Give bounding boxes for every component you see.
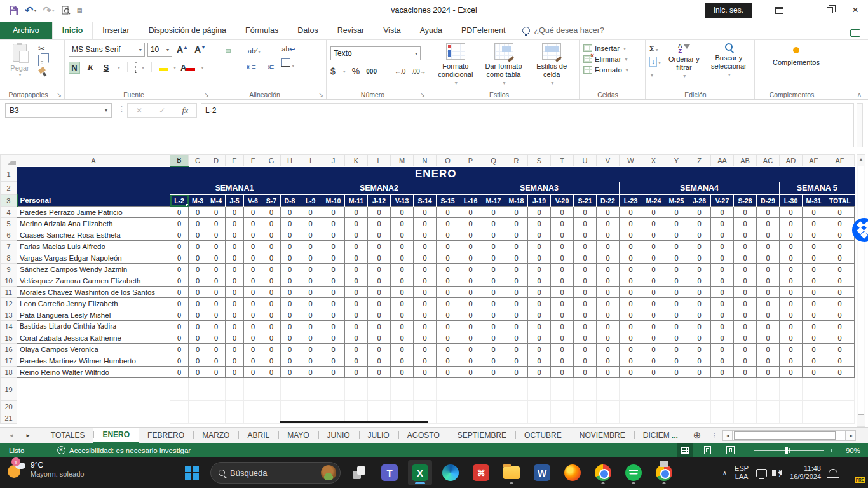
- column-header-F[interactable]: F: [244, 155, 262, 166]
- day-value-cell[interactable]: 0: [688, 252, 711, 264]
- day-value-cell[interactable]: 0: [189, 218, 207, 229]
- row-header-15[interactable]: 15: [1, 332, 17, 344]
- day-value-cell[interactable]: 0: [574, 321, 597, 332]
- day-value-cell[interactable]: 0: [170, 321, 189, 332]
- total-value-cell[interactable]: 0: [825, 218, 855, 229]
- day-value-cell[interactable]: 0: [170, 355, 189, 367]
- column-header-J[interactable]: J: [322, 155, 345, 166]
- edge-app-button[interactable]: [438, 460, 463, 485]
- day-value-cell[interactable]: 0: [803, 287, 825, 298]
- day-value-cell[interactable]: 0: [482, 367, 505, 378]
- day-value-cell[interactable]: 0: [189, 252, 207, 264]
- sheet-tab-abril[interactable]: ABRIL: [238, 428, 278, 443]
- day-value-cell[interactable]: 0: [505, 241, 528, 252]
- row-header-9[interactable]: 9: [1, 264, 17, 275]
- cut-icon[interactable]: ✂: [38, 44, 45, 53]
- day-value-cell[interactable]: 0: [734, 264, 757, 275]
- day-value-cell[interactable]: 0: [368, 218, 391, 229]
- day-value-cell[interactable]: 0: [688, 275, 711, 287]
- day-value-cell[interactable]: 0: [711, 207, 734, 218]
- day-value-cell[interactable]: 0: [391, 367, 414, 378]
- day-value-cell[interactable]: 0: [528, 298, 551, 309]
- day-value-cell[interactable]: 0: [803, 367, 825, 378]
- day-header-L-2[interactable]: L-2: [170, 195, 189, 207]
- day-value-cell[interactable]: 0: [574, 367, 597, 378]
- sheet-tab-julio[interactable]: JULIO: [359, 428, 398, 443]
- day-value-cell[interactable]: 0: [711, 344, 734, 355]
- day-value-cell[interactable]: 0: [574, 275, 597, 287]
- day-value-cell[interactable]: 0: [665, 298, 688, 309]
- day-value-cell[interactable]: 0: [688, 367, 711, 378]
- total-value-cell[interactable]: 0: [825, 309, 855, 321]
- collapse-ribbon-icon[interactable]: ∧: [857, 91, 862, 98]
- empty-cell[interactable]: [688, 401, 711, 412]
- tray-expand-icon[interactable]: ∧: [722, 470, 727, 477]
- day-value-cell[interactable]: 0: [459, 229, 482, 241]
- day-value-cell[interactable]: 0: [368, 229, 391, 241]
- day-value-cell[interactable]: 0: [244, 218, 262, 229]
- select-all-corner[interactable]: [1, 155, 17, 166]
- day-value-cell[interactable]: 0: [665, 207, 688, 218]
- day-value-cell[interactable]: 0: [322, 367, 345, 378]
- day-value-cell[interactable]: 0: [244, 229, 262, 241]
- ribbon-tab-archivo[interactable]: Archivo: [0, 22, 52, 39]
- language-indicator[interactable]: ESPLAA: [735, 464, 749, 481]
- row-header-10[interactable]: 10: [1, 275, 17, 287]
- day-value-cell[interactable]: 0: [207, 321, 226, 332]
- day-value-cell[interactable]: 0: [437, 321, 459, 332]
- day-value-cell[interactable]: 0: [482, 355, 505, 367]
- empty-cell[interactable]: [574, 401, 597, 412]
- cell-styles-button[interactable]: Estilos de celda▾: [528, 43, 575, 89]
- day-value-cell[interactable]: 0: [322, 344, 345, 355]
- day-value-cell[interactable]: 0: [620, 298, 642, 309]
- day-value-cell[interactable]: 0: [459, 332, 482, 344]
- chrome-profile-button[interactable]: [652, 460, 676, 485]
- day-value-cell[interactable]: 0: [734, 218, 757, 229]
- day-value-cell[interactable]: 0: [642, 321, 665, 332]
- empty-cell[interactable]: [574, 378, 597, 401]
- day-value-cell[interactable]: 0: [170, 287, 189, 298]
- day-value-cell[interactable]: 0: [262, 264, 281, 275]
- row-header-8[interactable]: 8: [1, 252, 17, 264]
- day-value-cell[interactable]: 0: [437, 344, 459, 355]
- empty-cell[interactable]: [17, 401, 170, 412]
- day-value-cell[interactable]: 0: [482, 321, 505, 332]
- day-value-cell[interactable]: 0: [780, 252, 803, 264]
- day-value-cell[interactable]: 0: [734, 332, 757, 344]
- day-value-cell[interactable]: 0: [414, 321, 437, 332]
- day-value-cell[interactable]: 0: [459, 287, 482, 298]
- day-value-cell[interactable]: 0: [322, 298, 345, 309]
- empty-cell[interactable]: [391, 378, 414, 401]
- day-value-cell[interactable]: 0: [734, 321, 757, 332]
- day-value-cell[interactable]: 0: [459, 275, 482, 287]
- day-value-cell[interactable]: 0: [551, 344, 574, 355]
- day-value-cell[interactable]: 0: [345, 367, 368, 378]
- row-header-2[interactable]: 2: [1, 182, 17, 195]
- ribbon-tab-ayuda[interactable]: Ayuda: [410, 22, 452, 39]
- total-value-cell[interactable]: 0: [825, 355, 855, 367]
- column-header-R[interactable]: R: [505, 155, 528, 166]
- day-value-cell[interactable]: 0: [551, 252, 574, 264]
- day-value-cell[interactable]: 0: [711, 218, 734, 229]
- personal-name-cell[interactable]: Coral Zabala Jessica Katherine: [17, 332, 170, 344]
- day-value-cell[interactable]: 0: [207, 287, 226, 298]
- empty-cell[interactable]: [825, 378, 855, 401]
- day-value-cell[interactable]: 0: [482, 241, 505, 252]
- day-value-cell[interactable]: 0: [711, 298, 734, 309]
- restore-button[interactable]: [817, 0, 843, 20]
- day-value-cell[interactable]: 0: [620, 332, 642, 344]
- day-value-cell[interactable]: 0: [459, 298, 482, 309]
- thousands-button[interactable]: 000: [366, 68, 377, 75]
- day-value-cell[interactable]: 0: [551, 275, 574, 287]
- sheet-tab-septiembre[interactable]: SEPTIEMBRE: [449, 428, 515, 443]
- day-value-cell[interactable]: 0: [642, 355, 665, 367]
- day-header-J-26[interactable]: J-26: [688, 195, 711, 207]
- empty-cell[interactable]: [17, 412, 170, 424]
- day-header-V-20[interactable]: V-20: [551, 195, 574, 207]
- day-value-cell[interactable]: 0: [780, 218, 803, 229]
- spotify-app-button[interactable]: [621, 460, 646, 485]
- day-value-cell[interactable]: 0: [207, 241, 226, 252]
- day-value-cell[interactable]: 0: [368, 332, 391, 344]
- day-value-cell[interactable]: 0: [574, 218, 597, 229]
- day-value-cell[interactable]: 0: [299, 287, 322, 298]
